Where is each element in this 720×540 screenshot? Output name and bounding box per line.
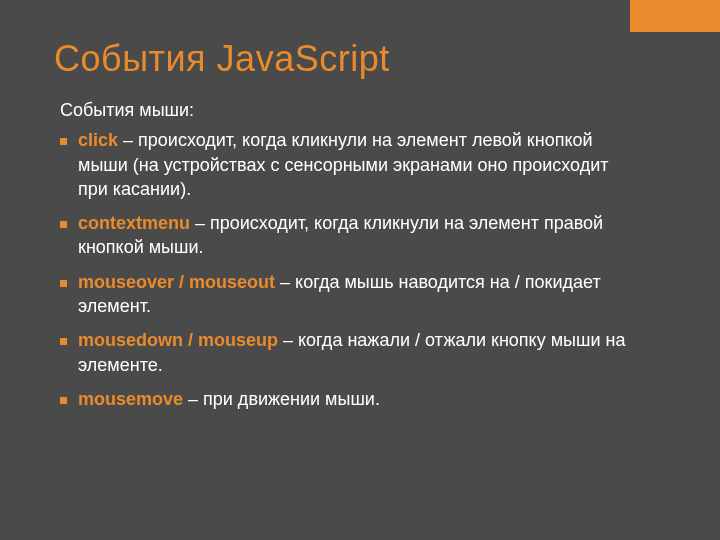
event-desc: – происходит, когда кликнули на элемент … bbox=[78, 130, 608, 199]
event-name: mousedown / mouseup bbox=[78, 330, 278, 350]
accent-block bbox=[630, 0, 720, 32]
event-name: contextmenu bbox=[78, 213, 190, 233]
event-desc: – при движении мыши. bbox=[183, 389, 380, 409]
bullet-list: click – происходит, когда кликнули на эл… bbox=[60, 128, 640, 411]
list-item: contextmenu – происходит, когда кликнули… bbox=[60, 211, 640, 260]
slide-title: События JavaScript bbox=[54, 38, 390, 80]
event-name: mousemove bbox=[78, 389, 183, 409]
list-item: mousemove – при движении мыши. bbox=[60, 387, 640, 411]
list-item: click – происходит, когда кликнули на эл… bbox=[60, 128, 640, 201]
slide-body: События мыши: click – происходит, когда … bbox=[60, 98, 640, 421]
event-name: click bbox=[78, 130, 118, 150]
event-name: mouseover / mouseout bbox=[78, 272, 275, 292]
list-item: mousedown / mouseup – когда нажали / отж… bbox=[60, 328, 640, 377]
list-item: mouseover / mouseout – когда мышь наводи… bbox=[60, 270, 640, 319]
slide: События JavaScript События мыши: click –… bbox=[0, 0, 720, 540]
intro-text: События мыши: bbox=[60, 98, 640, 122]
